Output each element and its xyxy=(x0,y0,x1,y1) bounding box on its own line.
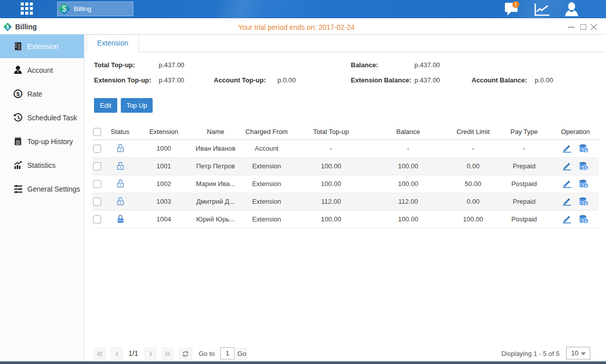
svg-text:$: $ xyxy=(585,201,587,206)
svg-text:$: $ xyxy=(585,148,587,153)
svg-text:!: ! xyxy=(515,2,517,8)
svg-text:$: $ xyxy=(585,184,587,188)
svg-text:$: $ xyxy=(585,166,587,170)
svg-text:$: $ xyxy=(585,219,587,223)
svg-text:$: $ xyxy=(16,91,19,97)
svg-text:$: $ xyxy=(62,5,67,13)
